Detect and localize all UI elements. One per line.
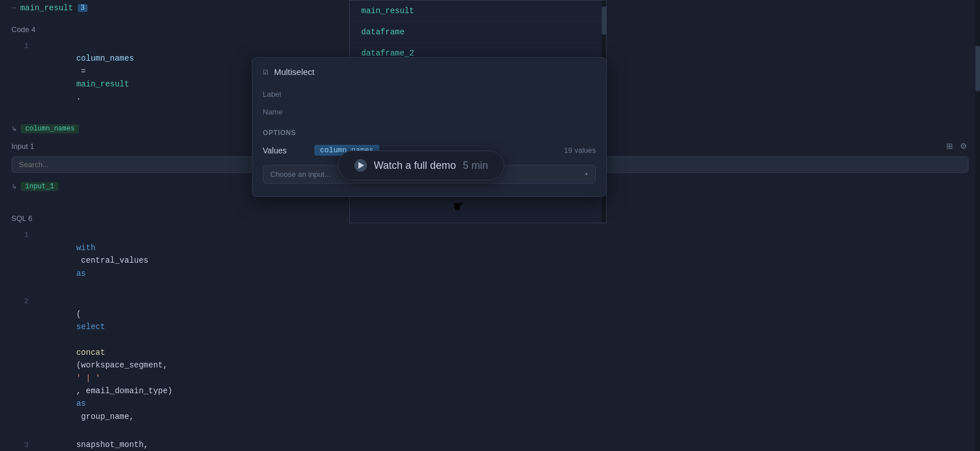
line-num-1: 1 [11, 41, 29, 53]
kw-with: with [76, 243, 96, 252]
autocomplete-thumb[interactable] [602, 6, 606, 35]
sql6-linenum-3: 3 [11, 440, 29, 451]
options-heading: OPTIONS [252, 125, 606, 140]
kw-as-1: as [76, 269, 86, 278]
name-text: Name [263, 108, 283, 116]
multiselect-checkbox-icon: ☑ [263, 66, 268, 77]
main-result-ref: main_result [76, 80, 129, 89]
settings-icon-button[interactable]: ⚙ [959, 140, 969, 152]
code4-content: column_names = main_result . [38, 39, 134, 116]
editor-area: → main_result 3 Code 4 1 column_names = … [0, 0, 980, 451]
sql6-line3: 3 snapshot_month, [0, 437, 980, 451]
grid-icon-button[interactable]: ⊞ [945, 140, 954, 152]
play-icon [354, 159, 367, 172]
arrow-icon: → [11, 4, 15, 12]
top-result-label: main_result [20, 3, 73, 13]
dropdown-header: ☑ Multiselect [252, 58, 606, 85]
input-chooser-label: Choose an input... [270, 170, 331, 179]
kw-as-2: as [76, 399, 86, 408]
top-result-count: 3 [78, 4, 88, 12]
sql6-line2: 2 ( select concat (workspace_segment, ' … [0, 294, 980, 437]
input1-title: Input 1 [11, 142, 34, 151]
result-arrow: ↳ [11, 125, 17, 133]
dropdown-label-row[interactable]: Label [252, 85, 606, 103]
column-names-result: ↳ column_names [0, 122, 90, 136]
multiselect-title: Multiselect [274, 67, 315, 77]
values-count: 19 values [564, 146, 596, 155]
result-arrow2: ↳ [11, 183, 17, 191]
label-text: Label [263, 90, 281, 98]
sql6-line1: 1 with central_values as [0, 227, 980, 294]
column-names-badge: column_names [21, 124, 79, 133]
input1-icons: ⊞ ⚙ [945, 140, 969, 152]
autocomplete-item-2[interactable]: dataframe [350, 22, 606, 43]
autocomplete-item-1[interactable]: main_result [350, 1, 606, 22]
watch-demo-text: Watch a full demo [374, 160, 456, 172]
input1-result: ↳ input_1 [0, 180, 70, 193]
watch-demo-duration: 5 min [463, 160, 488, 172]
sql6-linenum-1: 1 [11, 230, 29, 242]
watch-demo-button[interactable]: Watch a full demo 5 min [338, 151, 504, 180]
chevron-down-icon: ▾ [584, 170, 588, 179]
sql6-block: SQL 6 1 with central_values as 2 ( selec… [0, 205, 980, 451]
play-triangle [358, 162, 364, 169]
values-label: Values [263, 146, 309, 155]
var-column-names: column_names [76, 54, 134, 63]
input1-badge: input_1 [21, 182, 58, 191]
kw-select: select [76, 322, 105, 331]
dropdown-name-row[interactable]: Name [252, 103, 606, 121]
fn-concat: concat [76, 348, 105, 357]
sql6-linenum-2: 2 [11, 296, 29, 308]
